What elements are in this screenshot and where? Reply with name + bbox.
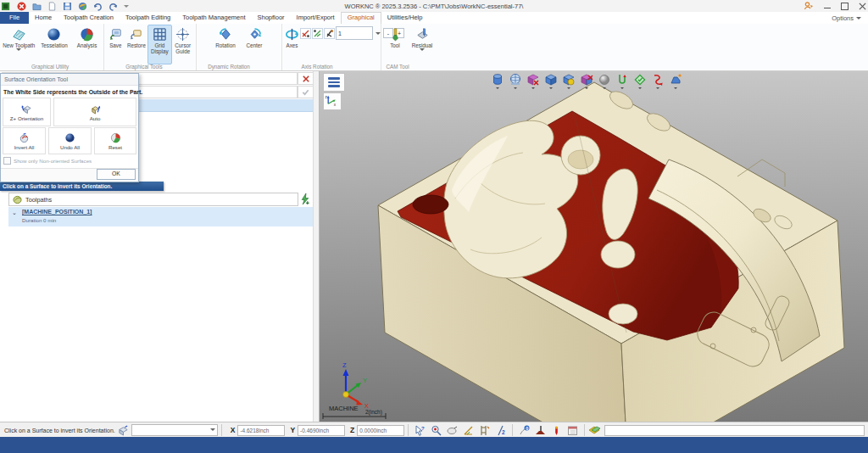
minimize-button[interactable]	[824, 8, 831, 9]
new-toolpath-caret-icon	[16, 48, 21, 51]
dialog-title[interactable]: Surface Orientation Tool	[1, 74, 138, 86]
new-toolpath-button[interactable]: New Toolpath	[2, 25, 36, 64]
open-folder-icon[interactable]	[32, 2, 42, 11]
axis-step-caret-icon[interactable]	[376, 32, 381, 35]
calendar-icon[interactable]	[567, 425, 578, 436]
stock-box-button[interactable]	[544, 73, 558, 89]
command-input[interactable]	[604, 425, 865, 436]
tesselation-button[interactable]: Tesselation	[36, 25, 73, 64]
svg-text:z: z	[325, 95, 327, 99]
pick-cursor-icon[interactable]: ?	[415, 425, 426, 436]
svg-text:?: ?	[421, 426, 425, 431]
chevron-down-icon[interactable]: ⌄	[12, 210, 17, 216]
residual-button[interactable]: Residual	[407, 25, 437, 64]
user-session-icon[interactable]	[804, 1, 814, 11]
undo-all-button[interactable]: Undo All	[48, 127, 92, 154]
dropdown-caret-icon	[656, 87, 659, 89]
tab-toolpath-management[interactable]: Toolpath Management	[176, 12, 251, 24]
tab-graphical[interactable]: Graphical	[341, 12, 381, 24]
render-view-icon[interactable]	[78, 2, 87, 11]
center-button[interactable]: Center	[241, 25, 268, 64]
undo-icon[interactable]	[93, 2, 103, 11]
save-icon[interactable]	[63, 2, 72, 11]
caliper-icon[interactable]	[479, 425, 490, 436]
cursor-guide-button[interactable]: Cursor Guide	[172, 25, 194, 64]
pick-surface-icon[interactable]	[447, 425, 458, 436]
pick-zoom-icon[interactable]	[431, 425, 442, 436]
options-caret-icon	[856, 17, 861, 20]
new-file-icon[interactable]	[47, 2, 57, 11]
axis-rotate-y-icon[interactable]	[312, 28, 323, 39]
reset-button[interactable]: Reset	[94, 127, 136, 154]
axis-rotate-z-icon[interactable]	[324, 28, 335, 39]
redo-icon[interactable]	[108, 2, 118, 11]
viewport-menu-button[interactable]	[323, 73, 345, 92]
point-info-icon[interactable]: 0	[519, 425, 530, 436]
tool-contact-icon[interactable]	[535, 425, 546, 436]
stock-sphere-button[interactable]	[509, 73, 522, 89]
viewport[interactable]: Z Y X MACHINE 2(inch) zx	[320, 71, 868, 422]
non-oriented-checkbox[interactable]: Show only Non-oriented Surfaces	[3, 157, 138, 165]
app-logo-icon[interactable]	[2, 2, 11, 11]
stock-cylinder-button[interactable]	[491, 73, 504, 89]
toolpaths-header[interactable]: Toolpaths	[8, 193, 298, 206]
tab-toolpath-creation[interactable]: Toolpath Creation	[58, 12, 120, 24]
close-panel-button[interactable]	[298, 72, 314, 85]
x-coordinate-field[interactable]	[237, 425, 285, 436]
tab-shopfloor[interactable]: Shopfloor	[252, 12, 291, 24]
save-view-button[interactable]: Save	[106, 25, 125, 64]
tab-file[interactable]: File	[0, 12, 29, 24]
stock-delete-button[interactable]	[526, 73, 540, 89]
tab-import-export[interactable]: Import/Export	[291, 12, 341, 24]
surface-combo[interactable]	[131, 424, 218, 436]
surface-check-button[interactable]	[633, 73, 647, 89]
exit-icon[interactable]	[17, 2, 26, 11]
status-bar: Click on a Surface to invert its Orienta…	[0, 422, 868, 438]
toolpath-flow-button[interactable]	[615, 73, 629, 89]
dropdown-caret-icon	[567, 87, 570, 89]
rotation-button[interactable]: Rotation	[210, 25, 241, 64]
quick-access-toolbar	[2, 1, 129, 11]
machine-position-item[interactable]: ⌄ [MACHINE_POSITION_1] Duration 0 min	[8, 207, 313, 226]
ok-button[interactable]: OK	[97, 169, 136, 180]
axis-step-input[interactable]	[336, 26, 373, 40]
axes-button[interactable]: Axes	[284, 25, 300, 64]
sphere-display-button[interactable]	[598, 73, 611, 89]
tab-home[interactable]: Home	[29, 12, 58, 24]
stock-update-button[interactable]	[562, 73, 576, 89]
status-hint: Click on a Surface to invert its Orienta…	[4, 428, 115, 433]
z-coordinate-field[interactable]	[357, 425, 404, 436]
measure-angle-icon[interactable]	[463, 425, 474, 436]
half-scale-icon[interactable]: 2	[495, 425, 506, 436]
mesh-delete-button[interactable]	[580, 73, 593, 89]
grid-display-button[interactable]: Grid Display	[147, 25, 171, 64]
restore-view-button[interactable]: Restore	[125, 25, 147, 64]
new-toolpath-list-icon[interactable]	[298, 193, 312, 205]
invert-all-button[interactable]: Invert All	[3, 127, 46, 154]
analysis-button[interactable]: Analysis	[72, 25, 102, 64]
close-button[interactable]	[859, 3, 866, 10]
group-label-graphical-utility: Graphical Utility	[0, 64, 100, 70]
options-button[interactable]: Options	[825, 12, 868, 24]
part-display-button[interactable]	[669, 73, 682, 89]
model-canvas[interactable]: Z Y X MACHINE 2(inch)	[320, 71, 868, 422]
auto-orient-icon	[90, 103, 101, 115]
reset-icon	[110, 132, 121, 143]
qat-more-icon[interactable]	[124, 5, 129, 8]
viewport-axis-button[interactable]: zx	[323, 92, 342, 110]
y-coordinate-field[interactable]	[298, 425, 345, 436]
tab-toolpath-editing[interactable]: Toolpath Editing	[120, 12, 176, 24]
y-label: Y	[290, 426, 295, 434]
panel-scrollbar[interactable]	[313, 71, 319, 422]
auto-orient-button[interactable]: Auto	[53, 98, 136, 126]
stock-delete-icon	[526, 73, 540, 87]
layers-map-icon[interactable]	[588, 424, 601, 436]
apply-button[interactable]	[298, 86, 314, 98]
tool-axis-icon[interactable]	[551, 425, 562, 436]
axis-rotate-x-icon[interactable]	[300, 28, 311, 39]
tool-button[interactable]: Tool	[383, 25, 407, 64]
maximize-button[interactable]	[841, 3, 849, 10]
z-orientation-button[interactable]: Z+ Orientation	[3, 98, 51, 126]
rotate-view-button[interactable]	[651, 73, 665, 89]
tab-utilities-help[interactable]: Utilities/Help	[381, 12, 429, 24]
